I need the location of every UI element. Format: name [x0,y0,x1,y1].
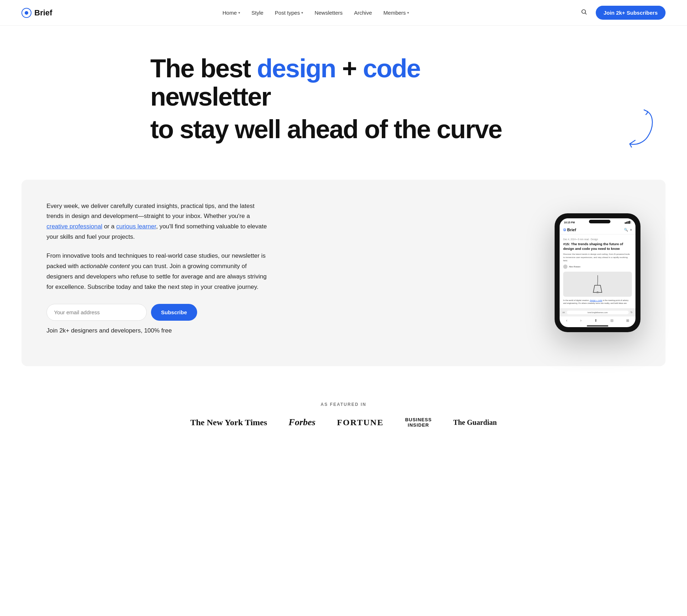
phone-screen: 10:15 PM [560,218,635,327]
headline-line2: to stay well ahead of the curve [150,115,537,144]
phone-forward-icon[interactable]: › [580,319,581,322]
nav-item-members[interactable]: Members ▾ [384,10,409,16]
phone-time: 10:15 PM [564,221,575,224]
svg-rect-3 [626,222,627,224]
svg-line-1 [585,13,586,14]
nav-item-home[interactable]: Home ▾ [223,10,240,16]
phone-text-block: In the world of digital creation, design… [563,299,632,305]
phone-signal [625,221,631,224]
featured-label: AS FEATURED IN [21,402,666,407]
italic-content: actionable content [81,263,130,270]
phone-article-image [563,272,632,297]
headline-text-2: newsletter [150,82,271,111]
phone-mockup: 10:15 PM [555,213,640,332]
featured-logos: The New York Times Forbes FORTUNE BUSINE… [21,417,666,428]
headline-design: design [257,54,336,83]
phone-menu-icon: ≡ [630,228,632,232]
nav-item-archive[interactable]: Archive [354,10,372,16]
chevron-down-icon: ▾ [407,11,409,15]
arrow-decoration [623,108,655,149]
logo-icon [21,8,31,18]
logo[interactable]: Brief [21,8,52,18]
phone-browser-bar: AA brief.brightthemes.com ↻ [560,309,635,316]
headline-text-1: The best [150,54,257,83]
phone-aa: AA [562,311,565,314]
logo-nyt: The New York Times [190,418,267,427]
phone-search-icon: 🔍 [624,228,628,232]
phone-share-icon[interactable]: ⬆ [594,319,597,322]
svg-rect-5 [629,221,630,224]
phone-status-bar: 10:15 PM [560,218,635,225]
logo-fortune: FORTUNE [337,418,384,427]
curious-learner-link[interactable]: curious learner [116,223,156,230]
phone-notch [589,220,610,223]
svg-point-9 [596,291,599,293]
paragraph-1: Every week, we deliver carefully curated… [47,201,268,243]
logo-forbes: Forbes [289,417,316,428]
phone-meta: Dec 4, 2024 • 6 min read · Design [563,238,632,241]
content-section: Every week, we deliver carefully curated… [21,180,666,366]
phone-logo: Brief [563,228,576,232]
creative-professional-link[interactable]: creative professional [47,223,102,230]
email-row: Subscribe [47,304,268,321]
phone-article-title: #15: The trends shaping the future of de… [563,242,632,251]
logo-guardian: The Guardian [453,418,497,427]
phone-bookmarks-icon[interactable]: ⊟ [610,319,613,322]
nav-item-newsletters[interactable]: Newsletters [315,10,342,16]
svg-rect-6 [630,221,631,223]
svg-rect-2 [625,222,626,224]
phone-home-indicator [587,325,608,326]
subscribe-button[interactable]: Subscribe [151,304,197,321]
phone-avatar [563,265,567,269]
chevron-down-icon: ▾ [301,11,303,15]
phone-tabs-icon[interactable]: ⊞ [626,319,629,322]
navbar: Brief Home ▾ Style Post types ▾ Newslett… [0,0,687,26]
logo-business-insider: BUSINESSINSIDER [405,417,432,428]
phone-author: Alex Rowan [563,265,632,269]
phone-content: Dec 4, 2024 • 6 min read · Design #15: T… [560,234,635,308]
phone-author-name: Alex Rowan [569,266,580,268]
logo-text: Brief [34,8,52,18]
phone-icons: 🔍 ≡ [624,228,632,232]
phone-nav-bar: ‹ › ⬆ ⊟ ⊞ [560,316,635,324]
phone-url: brief.brightthemes.com [567,311,629,314]
phone-reload-icon: ↻ [630,311,633,314]
headline-plus: + [336,54,363,83]
svg-rect-4 [628,221,629,224]
hero-headline: The best design + code newsletter to sta… [150,54,537,144]
nav-actions: Join 2k+ Subscribers [579,6,666,20]
nav-item-post-types[interactable]: Post types ▾ [275,10,303,16]
phone-back-icon[interactable]: ‹ [566,319,567,322]
nav-item-style[interactable]: Style [252,10,263,16]
lamp-illustration [591,275,604,293]
headline-code: code [363,54,420,83]
paragraph-2: From innovative tools and techniques to … [47,251,268,292]
logo-dot [25,11,28,15]
hero-section: The best design + code newsletter to sta… [129,26,558,165]
nav-links: Home ▾ Style Post types ▾ Newsletters Ar… [223,10,409,16]
featured-section: AS FEATURED IN The New York Times Forbes… [0,380,687,442]
search-button[interactable] [579,7,589,18]
email-input[interactable] [47,304,147,321]
join-subscribers-button[interactable]: Join 2k+ Subscribers [596,6,666,20]
content-left: Every week, we deliver carefully curated… [47,201,268,345]
chevron-down-icon: ▾ [238,11,240,15]
phone-logo-icon [563,228,566,231]
join-text: Join 2k+ designers and developers, 100% … [47,326,268,336]
phone-header: Brief 🔍 ≡ [560,225,635,234]
phone-text-link: design + code [590,299,602,301]
phone-article-desc: Discover the latest trends in design and… [563,253,632,262]
